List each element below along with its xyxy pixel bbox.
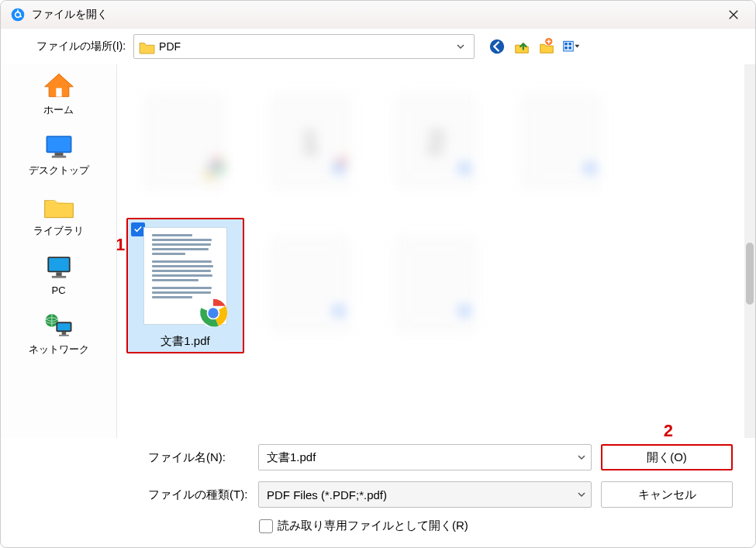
filename-combobox[interactable]: 文書1.pdf xyxy=(258,444,592,470)
pc-icon xyxy=(42,252,76,281)
up-one-level-icon[interactable] xyxy=(513,38,530,55)
folder-icon xyxy=(139,40,154,53)
desktop-icon xyxy=(42,131,76,160)
svg-rect-6 xyxy=(564,43,568,46)
cancel-button[interactable]: キャンセル xyxy=(601,481,733,508)
filename-row: ファイル名(N): 文書1.pdf 開く(O) xyxy=(148,444,740,470)
network-icon xyxy=(42,310,76,339)
window-title: ファイルを開く xyxy=(32,8,718,22)
svg-point-41 xyxy=(460,306,469,315)
svg-point-27 xyxy=(209,164,218,173)
svg-rect-24 xyxy=(59,335,69,336)
body-area: ホーム デスクトップ xyxy=(1,64,755,438)
svg-rect-22 xyxy=(57,323,71,330)
svg-rect-14 xyxy=(51,156,65,158)
annotation-2: 2 xyxy=(664,421,673,441)
readonly-checkbox[interactable] xyxy=(259,519,273,533)
svg-rect-12 xyxy=(47,137,70,151)
location-row: ファイルの場所(I): PDF xyxy=(1,29,755,64)
svg-point-30 xyxy=(334,164,343,173)
places-label: ホーム xyxy=(43,103,74,117)
svg-rect-16 xyxy=(49,258,69,271)
svg-point-37 xyxy=(208,308,218,318)
toolbar-icons xyxy=(488,38,580,55)
app-icon xyxy=(10,7,26,22)
svg-point-26 xyxy=(203,158,224,179)
titlebar: ファイルを開く xyxy=(1,1,755,29)
open-file-dialog: ファイルを開く ファイルの場所(I): PDF xyxy=(0,0,756,548)
file-name-label: 文書1.pdf xyxy=(128,333,243,350)
filename-value: 文書1.pdf xyxy=(267,450,577,465)
file-thumb-blurred: 1 xyxy=(252,75,368,207)
places-desktop[interactable]: デスクトップ xyxy=(5,131,112,177)
home-icon xyxy=(42,71,76,100)
filetype-combobox[interactable]: PDF Files (*.PDF;*.pdf) xyxy=(258,481,592,508)
svg-rect-13 xyxy=(54,153,63,156)
svg-point-29 xyxy=(329,158,350,179)
svg-point-28 xyxy=(209,164,218,173)
open-button[interactable]: 開く(O) xyxy=(601,444,733,470)
places-label: ライブラリ xyxy=(33,224,84,238)
svg-rect-17 xyxy=(56,272,61,276)
bottom-panel: 2 ファイル名(N): 文書1.pdf 開く(O) ファイルの種類(T): PD… xyxy=(1,438,755,547)
file-thumb-blurred xyxy=(126,75,243,207)
svg-point-39 xyxy=(334,306,343,315)
svg-rect-10 xyxy=(56,88,61,97)
filetype-label: ファイルの種類(T): xyxy=(148,488,249,502)
files-area[interactable]: 1 1 2 xyxy=(117,64,755,438)
filetype-value: PDF Files (*.PDF;*.pdf) xyxy=(267,488,577,501)
location-value: PDF xyxy=(159,40,447,53)
chevron-down-icon xyxy=(577,488,586,501)
file-thumb-blurred xyxy=(252,218,368,350)
open-button-label: 開く(O) xyxy=(647,450,687,465)
chevron-down-icon xyxy=(452,35,469,58)
file-thumb-blurred: 2 xyxy=(378,75,494,207)
svg-rect-8 xyxy=(564,47,568,50)
chevron-down-icon xyxy=(577,451,586,464)
libraries-icon xyxy=(42,191,76,221)
places-label: デスクトップ xyxy=(29,164,89,177)
svg-point-2 xyxy=(16,12,20,16)
cancel-button-label: キャンセル xyxy=(638,488,696,502)
svg-point-33 xyxy=(580,158,601,179)
places-home[interactable]: ホーム xyxy=(5,71,112,117)
filename-label: ファイル名(N): xyxy=(148,450,249,465)
svg-point-25 xyxy=(203,158,224,179)
location-combobox[interactable]: PDF xyxy=(133,34,475,59)
location-label: ファイルの場所(I): xyxy=(36,40,126,53)
view-menu-icon[interactable] xyxy=(563,38,580,55)
scrollbar-thumb[interactable] xyxy=(746,243,754,305)
svg-point-34 xyxy=(585,164,595,173)
svg-rect-9 xyxy=(568,47,571,50)
svg-rect-7 xyxy=(568,43,571,46)
places-network[interactable]: ネットワーク xyxy=(5,310,112,357)
chrome-badge-icon xyxy=(198,298,229,329)
places-label: ネットワーク xyxy=(29,343,89,357)
svg-rect-23 xyxy=(61,332,66,335)
new-folder-icon[interactable] xyxy=(538,38,555,55)
svg-point-31 xyxy=(454,158,475,179)
filetype-row: ファイルの種類(T): PDF Files (*.PDF;*.pdf) キャンセ… xyxy=(148,481,740,508)
readonly-label: 読み取り専用ファイルとして開く(R) xyxy=(278,519,468,533)
annotation-1: 1 xyxy=(117,235,125,255)
places-pc[interactable]: PC xyxy=(5,252,112,296)
file-thumb-blurred xyxy=(503,75,620,207)
places-label: PC xyxy=(51,284,65,296)
readonly-row: 読み取り専用ファイルとして開く(R) xyxy=(259,519,740,533)
thumbnail-grid: 1 2 xyxy=(126,75,746,353)
svg-point-40 xyxy=(454,301,475,322)
svg-rect-18 xyxy=(51,276,65,278)
file-thumb-selected[interactable]: 文書1.pdf xyxy=(126,218,244,353)
places-libraries[interactable]: ライブラリ xyxy=(5,191,112,238)
scrollbar[interactable] xyxy=(744,64,755,438)
svg-point-32 xyxy=(460,164,469,173)
file-thumb-blurred xyxy=(378,218,494,350)
svg-point-3 xyxy=(490,40,504,53)
close-button[interactable] xyxy=(718,4,749,26)
svg-point-38 xyxy=(329,301,350,322)
back-icon[interactable] xyxy=(488,38,506,55)
places-bar: ホーム デスクトップ xyxy=(1,64,117,438)
